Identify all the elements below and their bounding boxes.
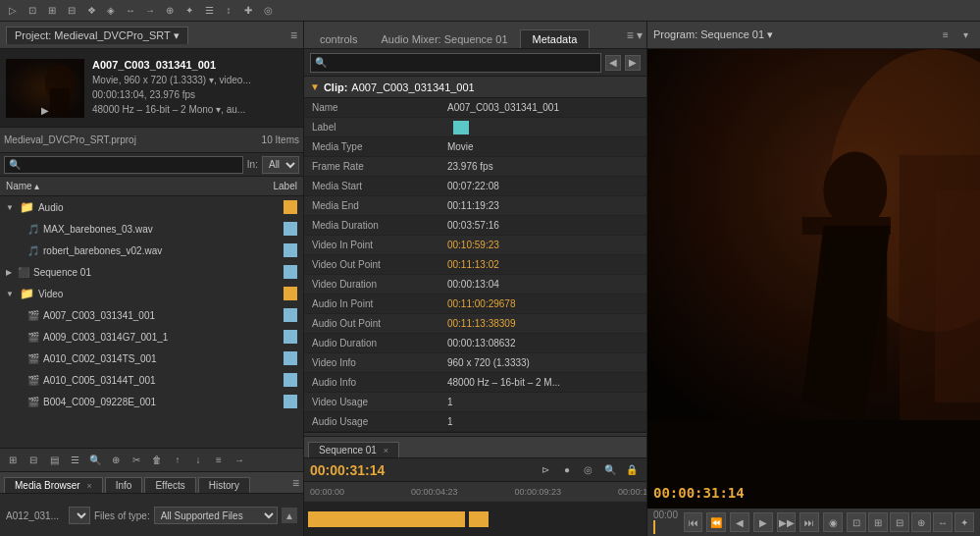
- meta-row-label: Label: [304, 118, 646, 137]
- toolbar-icon-1[interactable]: ▷: [4, 2, 22, 20]
- project-tab[interactable]: Project: Medieval_DVCPro_SRT ▾: [6, 27, 188, 44]
- seq-icon-3[interactable]: ◎: [580, 461, 597, 479]
- left-icon-12[interactable]: →: [231, 452, 248, 469]
- file-robert-barebones[interactable]: 🎵 robert_barebones_v02.wav: [0, 240, 303, 261]
- toolbar-icon-5[interactable]: ❖: [82, 2, 100, 20]
- seq-icon-1[interactable]: ⊳: [537, 461, 554, 479]
- scroll-up-btn[interactable]: ▲: [282, 508, 297, 523]
- file-max-barebones[interactable]: 🎵 MAX_barebones_03.wav: [0, 218, 303, 240]
- toolbar-icon-2[interactable]: ⊡: [24, 2, 41, 20]
- metadata-search-input[interactable]: [310, 53, 601, 73]
- left-icon-4[interactable]: ☰: [66, 452, 83, 469]
- file-a010-ts[interactable]: 🎬 A010_C002_0314TS_001: [0, 348, 303, 369]
- left-icon-9[interactable]: ↑: [169, 452, 186, 469]
- meta-val-audio-in: 00:11:00:29678: [441, 298, 646, 309]
- monitor-btn-next-frame[interactable]: ▶▶: [777, 512, 797, 532]
- monitor-btn-step-back[interactable]: ⏮: [684, 512, 703, 532]
- meta-key-audio-out: Audio Out Point: [304, 318, 441, 329]
- file-icon-a010-ts: 🎬: [27, 353, 39, 364]
- toolbar-icon-14[interactable]: ◎: [259, 2, 277, 20]
- tab-metadata[interactable]: Metadata: [520, 29, 591, 48]
- monitor-icon-6[interactable]: ✦: [954, 512, 974, 532]
- tab-media-browser-close[interactable]: ×: [86, 481, 91, 491]
- sequence-tab-close[interactable]: ×: [384, 446, 388, 456]
- tab-audio-mixer[interactable]: Audio Mixer: Sequence 01: [370, 30, 520, 48]
- monitor-icon-2[interactable]: ⊞: [868, 512, 888, 532]
- seq-triangle: ▶: [6, 268, 12, 277]
- program-menu-btn[interactable]: ≡: [937, 27, 954, 44]
- folder-video[interactable]: ▼ 📁 Video: [0, 283, 303, 304]
- toolbar-icon-3[interactable]: ⊞: [43, 2, 61, 20]
- meta-next-btn[interactable]: ▶: [625, 55, 641, 71]
- left-icon-8[interactable]: 🗑: [148, 452, 166, 469]
- monitor-icon-4[interactable]: ⊕: [911, 512, 931, 532]
- monitor-btn-prev-frame[interactable]: ◀: [730, 512, 749, 532]
- left-icon-6[interactable]: ⊕: [107, 452, 125, 469]
- monitor-icon-3[interactable]: ⊟: [890, 512, 909, 532]
- meta-key-video-info: Video Info: [304, 357, 441, 368]
- seq-icon-4[interactable]: 🔍: [601, 461, 619, 479]
- toolbar-icon-7[interactable]: ↔: [122, 2, 139, 20]
- toolbar-icon-6[interactable]: ◈: [102, 2, 120, 20]
- seq-icon-2[interactable]: ●: [558, 461, 576, 479]
- meta-prev-btn[interactable]: ◀: [605, 55, 621, 71]
- sequence-tab[interactable]: Sequence 01 ×: [308, 442, 399, 457]
- clip-section-header[interactable]: ▼ Clip: A007_C003_031341_001: [304, 77, 646, 98]
- toolbar-icon-12[interactable]: ↕: [220, 2, 237, 20]
- tab-media-browser[interactable]: Media Browser ×: [4, 477, 103, 493]
- bottom-panel-menu[interactable]: ≡: [292, 476, 299, 490]
- toolbar-icon-8[interactable]: →: [141, 2, 159, 20]
- toolbar-icon-4[interactable]: ⊟: [63, 2, 80, 20]
- meta-row-frame-rate: Frame Rate 23.976 fps: [304, 157, 646, 177]
- toolbar-icon-13[interactable]: ✚: [239, 2, 257, 20]
- meta-key-frame-rate: Frame Rate: [304, 161, 441, 172]
- clip-info: A007_C003_031341_001 Movie, 960 x 720 (1…: [92, 59, 297, 117]
- meta-row-video-duration: Video Duration 00:00:13:04: [304, 275, 646, 295]
- seq-icon-5[interactable]: 🔒: [623, 461, 641, 479]
- tab-history[interactable]: History: [198, 477, 250, 493]
- sequence-01[interactable]: ▶ ⬛ Sequence 01: [0, 261, 303, 283]
- center-panel-menu[interactable]: ≡ ▾: [627, 28, 643, 42]
- file-type-select[interactable]: All Supported Files: [154, 507, 278, 524]
- file-a010-t[interactable]: 🎬 A010_C005_03144T_001: [0, 369, 303, 391]
- meta-key-media-end: Media End: [304, 200, 441, 211]
- search-box[interactable]: 🔍: [4, 156, 243, 174]
- tab-controls[interactable]: controls: [308, 30, 370, 48]
- monitor-btn-rewind[interactable]: ⏪: [706, 512, 726, 532]
- meta-val-video-in: 00:10:59:23: [441, 240, 646, 250]
- left-icon-10[interactable]: ↓: [189, 452, 207, 469]
- column-headers: Name ▴ Label: [0, 177, 303, 196]
- meta-key-name: Name: [304, 102, 441, 113]
- meta-val-name: A007_C003_031341_001: [441, 102, 646, 113]
- left-icon-2[interactable]: ⊟: [25, 452, 42, 469]
- file-b004[interactable]: 🎬 B004_C009_09228E_001: [0, 391, 303, 412]
- left-icon-11[interactable]: ≡: [210, 452, 228, 469]
- program-expand-btn[interactable]: ▾: [956, 27, 974, 44]
- toolbar-icon-9[interactable]: ⊕: [161, 2, 179, 20]
- monitor-btn-step-fwd[interactable]: ⏭: [799, 512, 819, 532]
- left-icon-7[interactable]: ✂: [128, 452, 145, 469]
- file-a009[interactable]: 🎬 A009_C003_0314G7_001_1: [0, 326, 303, 348]
- monitor-btn-record[interactable]: ◉: [823, 512, 843, 532]
- folder-audio[interactable]: ▼ 📁 Audio: [0, 196, 303, 218]
- left-icon-3[interactable]: ▤: [45, 452, 63, 469]
- media-item-dropdown[interactable]: [69, 507, 90, 524]
- meta-row-audio-out: Audio Out Point 00:11:13:38309: [304, 314, 646, 334]
- toolbar-icon-11[interactable]: ☰: [200, 2, 218, 20]
- monitor-btn-play[interactable]: ▶: [753, 512, 773, 532]
- panel-menu-button[interactable]: ≡: [290, 28, 297, 42]
- meta-key-video-duration: Video Duration: [304, 279, 441, 290]
- search-row: 🔍 In: All: [0, 153, 303, 177]
- in-select[interactable]: All: [262, 156, 299, 174]
- monitor-icon-5[interactable]: ↔: [933, 512, 953, 532]
- left-icon-1[interactable]: ⊞: [4, 452, 22, 469]
- tab-info[interactable]: Info: [105, 477, 143, 493]
- meta-key-media-duration: Media Duration: [304, 220, 441, 231]
- tab-effects[interactable]: Effects: [144, 477, 195, 493]
- clip-detail-1: Movie, 960 x 720 (1.3333) ▾, video...: [92, 73, 297, 87]
- left-icon-5[interactable]: 🔍: [86, 452, 104, 469]
- file-a007[interactable]: 🎬 A007_C003_031341_001: [0, 304, 303, 326]
- monitor-icon-1[interactable]: ⊡: [847, 512, 866, 532]
- play-overlay-icon: ▶: [41, 105, 49, 116]
- toolbar-icon-10[interactable]: ✦: [181, 2, 198, 20]
